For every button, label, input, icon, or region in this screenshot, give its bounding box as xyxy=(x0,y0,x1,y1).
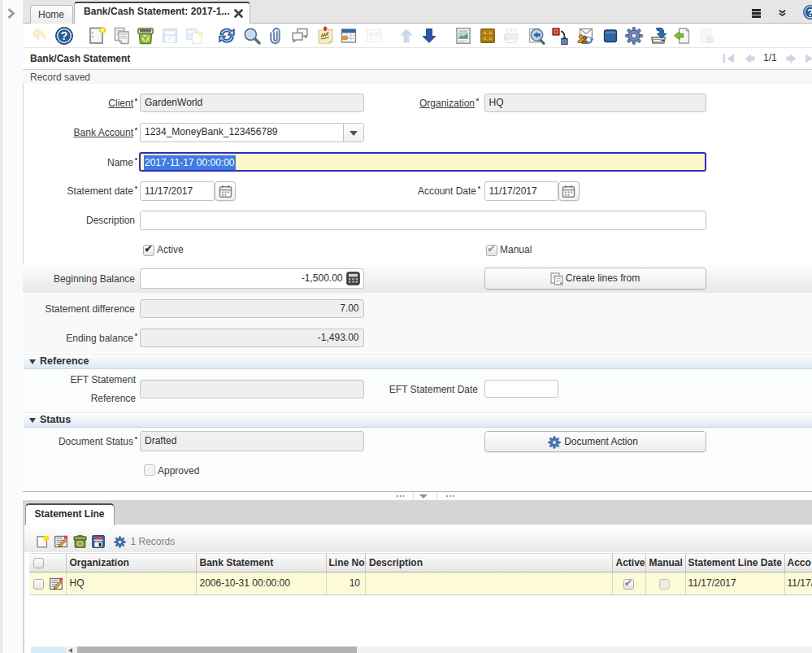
svg-text:?: ? xyxy=(807,7,812,19)
svg-text:?: ? xyxy=(61,29,68,42)
